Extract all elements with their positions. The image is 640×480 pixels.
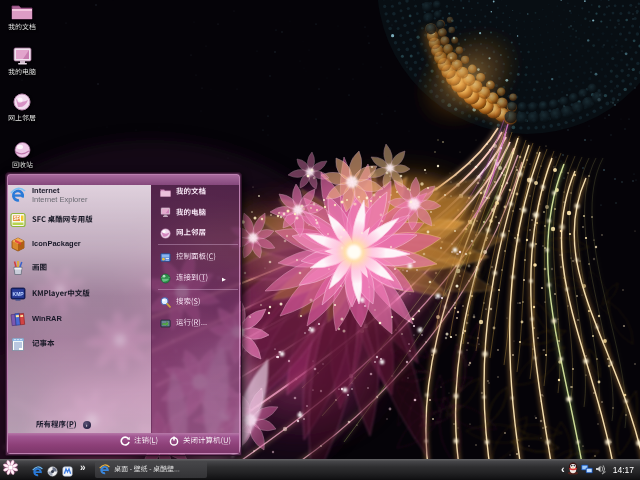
svg-text:KMP: KMP (13, 291, 25, 297)
